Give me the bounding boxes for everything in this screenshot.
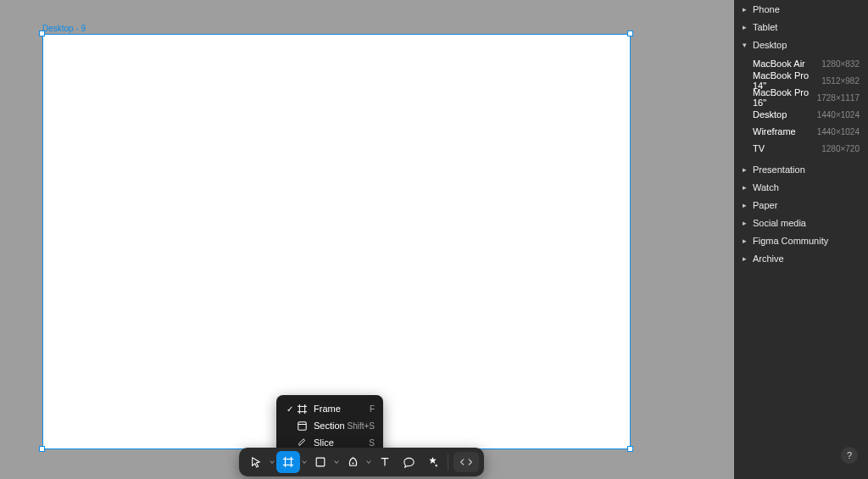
canvas-area[interactable]: Desktop - 9 ✓ Frame F Section Shift+S bbox=[0, 0, 734, 479]
frame-tool-caret[interactable] bbox=[300, 451, 309, 473]
shape-tool-caret[interactable] bbox=[332, 451, 341, 473]
flyout-item-label: Frame bbox=[309, 404, 370, 414]
frame-presets-panel: ▸Phone▸Tablet▾DesktopMacBook Air1280×832… bbox=[734, 0, 868, 479]
check-icon: ✓ bbox=[285, 404, 295, 414]
text-tool[interactable] bbox=[373, 451, 397, 473]
preset-item-label: MacBook Air bbox=[753, 58, 805, 69]
preset-category-archive[interactable]: ▸Archive bbox=[734, 249, 868, 267]
resize-handle-bottom-left[interactable] bbox=[39, 446, 45, 452]
preset-item-dimensions: 1440×1024 bbox=[817, 127, 860, 136]
preset-item[interactable]: MacBook Pro 16"1728×1117 bbox=[734, 89, 868, 106]
preset-category-presentation[interactable]: ▸Presentation bbox=[734, 160, 868, 178]
chevron-right-icon: ▸ bbox=[743, 183, 749, 192]
svg-rect-4 bbox=[298, 421, 305, 429]
preset-category-label: Social media bbox=[749, 218, 806, 228]
svg-rect-10 bbox=[316, 458, 325, 466]
flyout-item-label: Section bbox=[309, 421, 347, 431]
selected-frame[interactable] bbox=[42, 34, 631, 449]
frame-label[interactable]: Desktop - 9 bbox=[42, 24, 86, 33]
resize-handle-bottom-right[interactable] bbox=[627, 446, 633, 452]
preset-item-dimensions: 1440×1024 bbox=[817, 110, 860, 120]
preset-category-social-media[interactable]: ▸Social media bbox=[734, 214, 868, 231]
preset-category-label: Figma Community bbox=[749, 236, 828, 246]
preset-category-label: Watch bbox=[749, 182, 779, 192]
pen-tool-caret[interactable] bbox=[364, 451, 373, 473]
shape-tool[interactable] bbox=[309, 451, 332, 473]
preset-item[interactable]: MacBook Air1280×832 bbox=[734, 55, 868, 72]
chevron-down-icon: ▾ bbox=[743, 41, 749, 49]
resize-handle-top-right[interactable] bbox=[627, 31, 633, 36]
frame-icon bbox=[295, 404, 309, 414]
preset-item[interactable]: Wireframe1440×1024 bbox=[734, 123, 868, 140]
chevron-right-icon: ▸ bbox=[743, 23, 749, 31]
preset-category-label: Tablet bbox=[749, 22, 777, 32]
preset-item-label: MacBook Pro 16" bbox=[753, 87, 817, 108]
preset-item-dimensions: 1512×982 bbox=[821, 76, 860, 86]
chevron-right-icon: ▸ bbox=[743, 219, 749, 227]
preset-category-label: Paper bbox=[749, 200, 777, 210]
help-button[interactable]: ? bbox=[841, 447, 858, 464]
preset-item-label: TV bbox=[753, 143, 765, 153]
resize-handle-top-left[interactable] bbox=[39, 31, 45, 36]
preset-item-label: Desktop bbox=[753, 109, 787, 120]
preset-category-paper[interactable]: ▸Paper bbox=[734, 196, 868, 214]
preset-category-label: Phone bbox=[749, 4, 780, 14]
preset-category-watch[interactable]: ▸Watch bbox=[734, 178, 868, 196]
chevron-right-icon: ▸ bbox=[743, 165, 749, 174]
chevron-right-icon: ▸ bbox=[743, 201, 749, 209]
slice-icon bbox=[295, 438, 309, 448]
dev-mode-toggle[interactable] bbox=[453, 452, 479, 472]
preset-item[interactable]: Desktop1440×1024 bbox=[734, 106, 868, 123]
toolbar-separator bbox=[448, 454, 448, 471]
chevron-right-icon: ▸ bbox=[743, 254, 749, 263]
flyout-item-shortcut: F bbox=[370, 404, 375, 414]
chevron-right-icon: ▸ bbox=[743, 237, 749, 245]
svg-point-11 bbox=[352, 462, 353, 464]
frame-tool[interactable] bbox=[276, 451, 300, 473]
preset-category-tablet[interactable]: ▸Tablet bbox=[734, 18, 868, 36]
preset-category-label: Archive bbox=[749, 253, 784, 264]
chevron-right-icon: ▸ bbox=[743, 5, 749, 14]
preset-category-figma-community[interactable]: ▸Figma Community bbox=[734, 231, 868, 249]
move-tool[interactable] bbox=[244, 451, 268, 473]
preset-item-label: Wireframe bbox=[753, 126, 796, 136]
bottom-toolbar bbox=[239, 448, 484, 476]
preset-category-label: Desktop bbox=[749, 40, 787, 50]
comment-tool[interactable] bbox=[397, 451, 420, 473]
pen-tool[interactable] bbox=[341, 451, 364, 473]
preset-item[interactable]: TV1280×720 bbox=[734, 140, 868, 157]
flyout-item-label: Slice bbox=[309, 437, 369, 448]
preset-item[interactable]: MacBook Pro 14"1512×982 bbox=[734, 72, 868, 89]
preset-category-phone[interactable]: ▸Phone bbox=[734, 0, 868, 18]
section-icon bbox=[295, 421, 309, 431]
preset-category-desktop[interactable]: ▾Desktop bbox=[734, 36, 868, 53]
preset-item-dimensions: 1728×1117 bbox=[817, 93, 860, 103]
preset-item-dimensions: 1280×832 bbox=[821, 59, 860, 69]
move-tool-caret[interactable] bbox=[268, 451, 276, 473]
flyout-item-shortcut: S bbox=[369, 438, 375, 448]
flyout-item-section[interactable]: Section Shift+S bbox=[276, 417, 383, 434]
preset-category-label: Presentation bbox=[749, 164, 805, 175]
preset-item-dimensions: 1280×720 bbox=[821, 144, 860, 153]
flyout-item-frame[interactable]: ✓ Frame F bbox=[276, 400, 383, 417]
actions-tool[interactable] bbox=[420, 451, 444, 473]
flyout-item-shortcut: Shift+S bbox=[347, 421, 375, 431]
